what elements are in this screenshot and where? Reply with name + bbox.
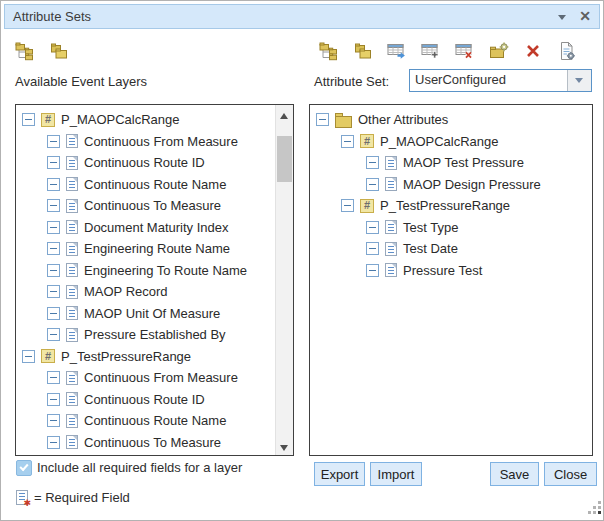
collapse-toggle-icon[interactable] [316,113,329,126]
tree-item[interactable]: Continuous To Measure [16,432,293,454]
tree-item[interactable]: Continuous From Measure [16,131,293,153]
tree-item[interactable]: Continuous Route Name [16,410,293,432]
field-icon [66,220,78,234]
collapse-toggle-icon[interactable] [366,221,379,234]
scrollbar[interactable] [275,105,293,455]
field-icon [66,306,78,320]
required-field-legend: = Required Field [34,490,130,505]
tree-item[interactable]: Test Type [310,217,592,239]
collapse-toggle-icon[interactable] [47,328,60,341]
resize-grip-icon[interactable] [598,501,601,504]
tree-item-label: P_MAOPCalcRange [380,134,499,149]
folders-button[interactable] [48,40,69,61]
tree-item[interactable]: Engineering To Route Name [16,260,293,282]
field-icon [66,328,78,342]
close-button[interactable]: Close [544,462,597,486]
import-button[interactable]: Import [370,462,422,486]
tree-item[interactable]: Other Attributes [310,109,592,131]
collapse-toggle-icon[interactable] [47,436,60,449]
tree-item[interactable]: P_MAOPCalcRange [310,131,592,153]
scroll-up-icon[interactable] [276,105,293,122]
collapse-toggle-icon[interactable] [22,350,35,363]
folder-tree-button[interactable] [318,40,339,61]
tree-item[interactable]: Continuous To Measure [16,195,293,217]
combobox-dropdown-icon[interactable] [567,70,591,91]
tree-item[interactable]: P_TestPressureRange [310,195,592,217]
folders-button[interactable] [352,40,373,61]
export-button[interactable]: Export [314,462,365,486]
resize-grip-icon[interactable] [598,506,601,509]
field-icon [385,220,397,234]
tree-item[interactable]: P_MAOPCalcRange [16,109,293,131]
tree-item[interactable]: P_TestPressureRange [16,346,293,368]
tree-item[interactable]: Document Maturity Index [16,217,293,239]
field-icon [66,156,78,170]
tree-item[interactable]: Test Date [310,238,592,260]
scroll-down-icon[interactable] [276,438,293,455]
page-gear-icon [557,41,577,61]
collapse-toggle-icon[interactable] [47,264,60,277]
scrollbar-thumb[interactable] [277,136,292,182]
collapse-toggle-icon[interactable] [47,371,60,384]
collapse-toggle-icon[interactable] [366,242,379,255]
field-icon [66,263,78,277]
tree-item[interactable]: Continuous From Measure [16,367,293,389]
tree-item[interactable]: Pressure Established By [16,324,293,346]
tree-item[interactable]: Continuous Route ID [16,152,293,174]
collapse-toggle-icon[interactable] [366,156,379,169]
tree-item-label: MAOP Design Pressure [403,177,541,192]
table-remove-button[interactable] [454,40,475,61]
folder-tree-button[interactable] [14,40,35,61]
available-layers-panel: P_MAOPCalcRangeContinuous From MeasureCo… [15,104,294,456]
collapse-toggle-icon[interactable] [366,178,379,191]
collapse-toggle-icon[interactable] [47,414,60,427]
collapse-toggle-icon[interactable] [47,242,60,255]
attribute-set-panel: Other AttributesP_MAOPCalcRangeMAOP Test… [309,104,593,456]
include-required-checkbox[interactable] [16,460,32,476]
collapse-toggle-icon[interactable] [47,393,60,406]
resize-grip-icon[interactable] [593,506,596,509]
dropdown-caret-icon[interactable] [558,15,566,24]
field-icon [66,285,78,299]
tree-item[interactable]: Continuous Route ID [16,389,293,411]
collapse-toggle-icon[interactable] [341,135,354,148]
field-icon [66,177,78,191]
collapse-toggle-icon[interactable] [341,199,354,212]
delete-button[interactable] [522,40,543,61]
field-icon [66,134,78,148]
tree-item[interactable]: MAOP Test Pressure [310,152,592,174]
close-icon[interactable]: ✕ [579,6,591,27]
collapse-toggle-icon[interactable] [47,199,60,212]
attribute-set-combobox[interactable]: UserConfigured [409,69,592,92]
tree-item[interactable]: MAOP Record [16,281,293,303]
resize-grip-icon[interactable] [598,511,601,514]
resize-grip-icon[interactable] [588,511,591,514]
tree-item[interactable]: Engineering Route Name [16,238,293,260]
folder-gear-button[interactable] [488,40,509,61]
tree-item[interactable]: Pressure Test [310,260,592,282]
collapse-toggle-icon[interactable] [47,135,60,148]
page-gear-button[interactable] [556,40,577,61]
tree-item-label: Continuous Route ID [84,392,205,407]
table-remove-icon [455,41,475,61]
combobox-value: UserConfigured [410,70,567,91]
event-layer-icon [41,349,55,363]
toolbar-right [318,40,577,61]
resize-grip-icon[interactable] [593,511,596,514]
tree-item[interactable]: MAOP Unit Of Measure [16,303,293,325]
field-icon [385,177,397,191]
tree-item-label: Document Maturity Index [84,220,229,235]
collapse-toggle-icon[interactable] [366,264,379,277]
tree-item[interactable]: Continuous Route Name [16,174,293,196]
table-add-button[interactable] [420,40,441,61]
tree-item[interactable]: MAOP Design Pressure [310,174,592,196]
save-button[interactable]: Save [490,462,539,486]
collapse-toggle-icon[interactable] [47,221,60,234]
collapse-toggle-icon[interactable] [47,285,60,298]
table-export-button[interactable] [386,40,407,61]
folder-tree-icon [319,41,339,61]
collapse-toggle-icon[interactable] [47,307,60,320]
collapse-toggle-icon[interactable] [22,113,35,126]
collapse-toggle-icon[interactable] [47,156,60,169]
collapse-toggle-icon[interactable] [47,178,60,191]
